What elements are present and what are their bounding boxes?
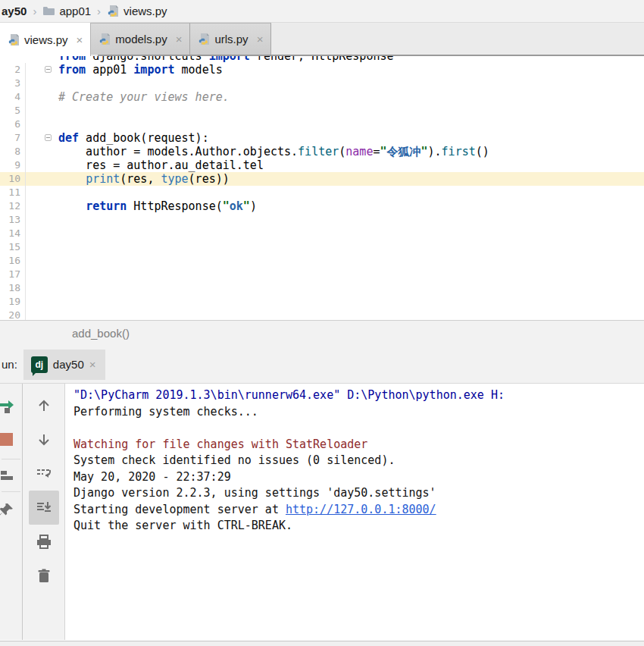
line-number: 15: [0, 240, 26, 254]
tab-close-icon[interactable]: ×: [176, 33, 183, 45]
line-number: 9: [0, 158, 26, 172]
code-line[interactable]: 16: [0, 254, 644, 268]
context-function-label: add_book(): [72, 327, 130, 340]
pin-icon[interactable]: [0, 494, 22, 525]
code-text: author = models.Author.objects.filter(na…: [58, 145, 489, 158]
console-text: Starting development server at: [73, 503, 286, 516]
code-line[interactable]: 12 return HttpResponse("ok"): [0, 199, 644, 213]
line-number: 17: [0, 268, 26, 281]
fold-marker-icon[interactable]: [45, 66, 52, 73]
breadcrumb-item-viewspy[interactable]: views.py: [105, 5, 169, 17]
line-number: 19: [0, 295, 26, 309]
tab-urlspy[interactable]: urls.py×: [190, 23, 271, 55]
code-line[interactable]: 20: [0, 309, 644, 320]
code-line[interactable]: 6: [0, 118, 644, 131]
code-text: return HttpResponse("ok"): [58, 199, 257, 213]
line-number: 6: [0, 118, 26, 131]
console-text: "D:\PyCharm 2019.1.3\bin\runnerw64.exe" …: [73, 388, 505, 402]
run-toolbar-left-column: [0, 384, 23, 640]
breadcrumb-item-ay50[interactable]: ay50: [0, 5, 28, 17]
status-bar: [0, 641, 644, 646]
breadcrumb: ay50› app01› views.py: [0, 0, 644, 23]
pycharm-window: ay50› app01› views.py views.py× models.p…: [0, 0, 644, 646]
gutter-fold-area: [26, 240, 58, 254]
console-line: Django version 2.2.3, using settings 'da…: [73, 485, 644, 502]
code-line[interactable]: 2from app01 import models: [0, 63, 644, 77]
code-line[interactable]: from django.shortcuts import render, Htt…: [0, 56, 644, 63]
code-line[interactable]: 10 print(res, type(res)): [0, 172, 644, 186]
down-arrow-icon[interactable]: [23, 422, 64, 456]
tab-modelspy[interactable]: models.py×: [91, 23, 190, 55]
tab-close-icon[interactable]: ×: [257, 33, 264, 45]
code-line[interactable]: 5: [0, 104, 644, 118]
code-line[interactable]: 8 author = models.Author.objects.filter(…: [0, 145, 644, 158]
code-line[interactable]: 19: [0, 295, 644, 309]
console-link[interactable]: http://127.0.0.1:8000/: [286, 503, 436, 516]
console-text: Watching for file changes with StatReloa…: [73, 437, 367, 451]
breadcrumb-item-app01[interactable]: app01: [41, 5, 92, 17]
stop-icon[interactable]: [0, 422, 22, 456]
rerun-icon[interactable]: [0, 388, 22, 422]
gutter-fold-area: [26, 145, 58, 158]
gutter-fold-area: [26, 63, 58, 77]
fold-marker-icon[interactable]: [45, 134, 52, 141]
console-text: Performing system checks...: [73, 405, 258, 419]
line-number: 11: [0, 186, 26, 199]
up-arrow-icon[interactable]: [23, 388, 64, 422]
print-icon[interactable]: [23, 525, 64, 559]
run-panel-title: un:: [2, 358, 17, 371]
gutter-fold-area: [26, 77, 58, 90]
console-output[interactable]: "D:\PyCharm 2019.1.3\bin\runnerw64.exe" …: [65, 384, 644, 640]
tab-viewspy[interactable]: views.py×: [0, 23, 91, 56]
gutter-fold-area: [26, 186, 58, 199]
restore-layout-icon[interactable]: [0, 462, 22, 489]
breadcrumb-item-label: app01: [59, 5, 91, 17]
code-text: print(res, type(res)): [58, 172, 230, 186]
code-line[interactable]: 17: [0, 268, 644, 281]
gutter-fold-area: [26, 213, 58, 227]
console-line: [73, 420, 644, 437]
breadcrumb-item-label: views.py: [123, 5, 167, 17]
console-line: "D:\PyCharm 2019.1.3\bin\runnerw64.exe" …: [73, 387, 644, 404]
soft-wrap-icon[interactable]: [23, 456, 64, 491]
code-line[interactable]: 18: [0, 281, 644, 295]
python-file-icon: [8, 33, 20, 46]
editor-tab-bar: views.py× models.py× urls.py×: [0, 23, 644, 56]
line-number: 13: [0, 213, 26, 227]
code-line[interactable]: 9 res = author.au_detail.tel: [0, 158, 644, 172]
gutter-fold-area: [26, 131, 58, 145]
gutter-fold-area: [26, 268, 58, 281]
code-line[interactable]: 7def add_book(request):: [0, 131, 644, 145]
console-text: Quit the server with CTRL-BREAK.: [73, 519, 292, 532]
console-text: System check identified no issues (0 sil…: [73, 453, 395, 467]
toolbar-divider: [2, 491, 20, 492]
scroll-to-end-icon[interactable]: [29, 491, 59, 525]
clear-console-icon[interactable]: [23, 559, 64, 593]
code-line[interactable]: 4# Create your views here.: [0, 90, 644, 104]
code-line[interactable]: 13: [0, 213, 644, 227]
code-line[interactable]: 14: [0, 227, 644, 240]
run-tab-close-icon[interactable]: ×: [89, 358, 96, 371]
gutter-fold-area: [26, 104, 58, 118]
gutter-fold-area: [26, 172, 58, 186]
line-number: 8: [0, 145, 26, 158]
line-number: 5: [0, 104, 26, 118]
line-number: 20: [0, 309, 26, 320]
line-number: 3: [0, 77, 26, 90]
run-panel-header: un: dj day50 ×: [0, 346, 644, 384]
gutter-fold-area: [26, 199, 58, 213]
code-editor[interactable]: from django.shortcuts import render, Htt…: [0, 56, 644, 320]
console-text: Django version 2.2.3, using settings 'da…: [73, 486, 436, 500]
run-config-tab-day50[interactable]: dj day50 ×: [23, 350, 105, 380]
code-line[interactable]: 3: [0, 77, 644, 90]
folder-icon: [42, 5, 55, 17]
code-line[interactable]: 15: [0, 240, 644, 254]
code-line[interactable]: 11: [0, 186, 644, 199]
line-number: 7: [0, 131, 26, 145]
toolbar-divider: [2, 459, 20, 459]
run-toolbar: [0, 384, 65, 640]
run-toolbar-right-column: [23, 384, 64, 640]
function-context-bar: add_book(): [0, 320, 644, 346]
tab-close-icon[interactable]: ×: [77, 33, 83, 46]
gutter-fold-area: [26, 227, 58, 240]
